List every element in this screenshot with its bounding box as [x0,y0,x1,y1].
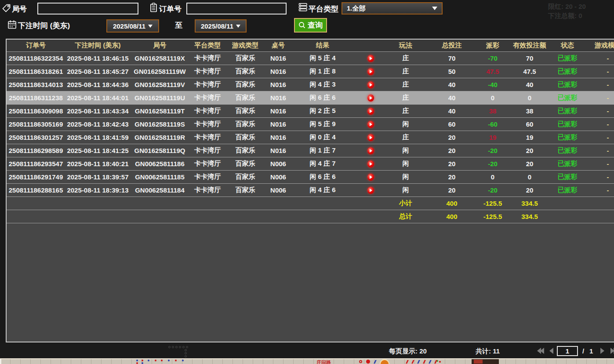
cell-result: 闲 6 庄 6 [292,91,388,104]
play-triangle-icon [370,189,372,192]
table-row[interactable]: 2508111863090982025-08-11 18:43:34GN0162… [7,105,614,118]
play-icon[interactable] [367,187,374,194]
cell-valid_bet: 60 [505,118,554,131]
cell-payout: -20 [480,144,505,157]
table-row[interactable]: 2508111863140132025-08-11 18:44:36GN0162… [7,78,614,91]
cell-platform: 卡卡湾厅 [189,52,226,65]
status-badge: 已派彩 [554,105,581,117]
column-header-valid_bet[interactable]: 有效投注额 [505,40,554,51]
first-page-button[interactable] [537,348,544,354]
next-page-button[interactable] [600,348,604,354]
grand-total-row: 总计400-125.5334.5 [7,210,614,223]
platform-type-value: 1.全部 [347,4,432,13]
cell-game_type: 百家乐 [226,171,265,183]
table-row[interactable]: 2508111863012572025-08-11 18:41:59GN0162… [7,131,614,144]
cell-platform: 卡卡湾厅 [189,105,226,117]
play-icon[interactable] [367,81,374,88]
last-page-button[interactable] [610,348,614,354]
column-header-result[interactable]: 结果 [292,40,388,51]
order-no-input[interactable] [186,3,287,15]
grand-total-table_no [265,210,292,223]
table-row[interactable]: 2508111863112382025-08-11 18:44:01GN0162… [7,91,614,105]
play-icon[interactable] [367,134,374,141]
cell-result: 闲 0 庄 4 [292,131,388,144]
cell-play_method: 闲 [388,171,424,183]
column-header-order_no[interactable]: 订单号 [7,40,65,51]
cell-total_bet: 20 [424,157,480,170]
play-triangle-icon [370,149,372,153]
cell-play_method: 庄 [388,105,424,117]
column-header-total_bet[interactable]: 总投注 [424,40,480,51]
date-from-dropdown[interactable]: 2025/08/11 [106,19,159,33]
cell-game_type: 百家乐 [226,105,265,117]
play-icon[interactable] [367,55,374,62]
grand-total-payout: -125.5 [480,210,505,223]
table-row[interactable]: 2508111862985892025-08-11 18:41:25GN0162… [7,144,614,157]
platform-type-dropdown[interactable]: 1.全部 [342,2,443,15]
cell-order_no: 250811186305169 [7,118,65,131]
cell-game_mode: - [581,118,614,131]
table-row[interactable]: 2508111863182612025-08-11 18:45:27GN0162… [7,65,614,78]
result-text: 闲 2 庄 5 [292,107,353,115]
table-row[interactable]: 2508111862935472025-08-11 18:40:21GN0062… [7,157,614,171]
cell-play_method: 闲 [388,157,424,170]
table-row[interactable]: 2508111863223542025-08-11 18:46:15GN0162… [7,52,614,65]
table-row[interactable]: 2508111862881652025-08-11 18:39:13GN0062… [7,184,614,197]
cell-bet_time: 2025-08-11 18:42:43 [65,118,131,131]
game-no-input[interactable] [37,3,138,15]
cell-game_type: 百家乐 [226,157,265,170]
column-header-table_no[interactable]: 桌号 [265,40,292,51]
cell-total_bet: 70 [424,52,480,65]
column-header-game_mode[interactable]: 游戏模式 [581,40,614,51]
status-badge: 已派彩 [554,131,581,144]
status-badge: 已派彩 [554,157,581,170]
play-icon[interactable] [367,95,374,102]
cell-bet_time: 2025-08-11 18:43:34 [65,105,131,117]
cell-game_mode: - [581,171,614,183]
subtotal-table_no [265,197,292,210]
cell-payout: -60 [480,118,505,131]
play-icon[interactable] [367,147,374,154]
cell-game_no: GN00625811185 [131,171,189,183]
prev-page-button[interactable] [549,348,553,354]
subtotal-order_no [7,197,65,210]
cell-game_mode: - [581,144,614,157]
column-header-bet_time[interactable]: 下注时间 (美东) [65,40,131,51]
table-row[interactable]: 2508111862917492025-08-11 18:39:57GN0062… [7,171,614,184]
cell-table_no: N016 [265,131,292,144]
column-header-platform[interactable]: 平台类型 [189,40,226,51]
play-icon[interactable] [367,68,374,75]
cell-bet_time: 2025-08-11 18:44:36 [65,78,131,91]
date-to-dropdown[interactable]: 2025/08/11 [195,19,247,33]
grand-total-valid_bet: 334.5 [505,210,554,223]
table-row[interactable]: 2508111863051692025-08-11 18:42:43GN0162… [7,118,614,131]
column-header-play_method[interactable]: 玩法 [388,40,424,51]
cell-play_method: 庄 [388,91,424,104]
cell-valid_bet: 20 [505,157,554,170]
play-icon[interactable] [367,108,374,115]
grand-total-game_mode [581,210,614,223]
result-text: 闲 1 庄 8 [292,67,353,76]
cell-result: 闲 4 庄 6 [292,184,388,197]
cell-valid_bet: 70 [505,52,554,65]
column-header-status[interactable]: 状态 [554,40,581,51]
cell-game_no: GN0162581119X [131,52,189,65]
bet-time-label: 下注时间 (美东) [18,21,70,31]
column-header-payout[interactable]: 派彩 [480,40,505,51]
query-button[interactable]: 查询 [294,18,327,33]
cell-order_no: 250811186318261 [7,65,65,78]
query-button-label: 查询 [308,20,323,30]
play-icon[interactable] [367,160,374,167]
column-header-game_type[interactable]: 游戏类型 [226,40,265,51]
play-triangle-icon [370,109,372,113]
current-page-input[interactable]: 1 [557,346,578,356]
grand-total-status [554,210,581,223]
play-icon[interactable] [367,174,374,181]
cell-play_method: 闲 [388,118,424,131]
cell-valid_bet: 20 [505,184,554,197]
background-bleed-text: 限红: 20 - 20 [548,3,586,11]
cell-total_bet: 40 [424,78,480,91]
cell-payout: 0 [480,91,505,104]
play-icon[interactable] [367,121,374,128]
column-header-game_no[interactable]: 局号 [131,40,189,51]
